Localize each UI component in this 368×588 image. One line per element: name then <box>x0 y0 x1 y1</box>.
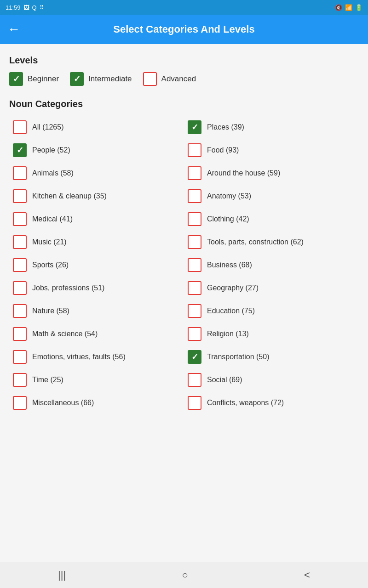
kitchen-label: Kitchen & cleanup (35) <box>32 192 107 200</box>
category-nature[interactable]: Nature (58) <box>9 300 184 322</box>
food-label: Food (93) <box>207 146 239 154</box>
category-tools[interactable]: Tools, parts, construction (62) <box>184 231 359 254</box>
clothing-label: Clothing (42) <box>207 215 249 223</box>
emotions-checkbox[interactable] <box>13 350 27 364</box>
around-house-label: Around the house (59) <box>207 169 280 177</box>
mute-icon: 🔇 <box>335 4 342 11</box>
people-checkbox[interactable] <box>13 143 27 157</box>
anatomy-label: Anatomy (53) <box>207 192 251 200</box>
status-left: 11:59 🖼 Q ⠿ <box>6 4 44 11</box>
people-label: People (52) <box>32 146 70 154</box>
religion-checkbox[interactable] <box>188 327 201 341</box>
sports-checkbox[interactable] <box>13 258 27 272</box>
category-jobs[interactable]: Jobs, professions (51) <box>9 277 184 300</box>
level-advanced[interactable]: Advanced <box>143 72 196 86</box>
nature-checkbox[interactable] <box>13 304 27 318</box>
category-social[interactable]: Social (69) <box>184 368 359 391</box>
status-image-icon: 🖼 <box>23 4 29 11</box>
category-medical[interactable]: Medical (41) <box>9 208 184 231</box>
religion-label: Religion (13) <box>207 330 249 338</box>
sports-label: Sports (26) <box>32 261 69 269</box>
around-house-checkbox[interactable] <box>188 166 201 180</box>
status-bar: 11:59 🖼 Q ⠿ 🔇 📶 🔋 <box>0 0 368 15</box>
geography-checkbox[interactable] <box>188 281 201 295</box>
top-bar: ← Select Categories And Levels <box>0 15 368 44</box>
category-food[interactable]: Food (93) <box>184 139 359 162</box>
jobs-label: Jobs, professions (51) <box>32 284 104 292</box>
transportation-label: Transportation (50) <box>207 353 269 361</box>
category-people[interactable]: People (52) <box>9 139 184 162</box>
all-checkbox[interactable] <box>13 120 27 134</box>
status-q-icon: Q <box>32 4 37 11</box>
levels-section-title: Levels <box>9 55 359 66</box>
category-geography[interactable]: Geography (27) <box>184 277 359 300</box>
geography-label: Geography (27) <box>207 284 259 292</box>
kitchen-checkbox[interactable] <box>13 189 27 203</box>
social-label: Social (69) <box>207 376 242 384</box>
math-science-checkbox[interactable] <box>13 327 27 341</box>
category-miscellaneous[interactable]: Miscellaneous (66) <box>9 391 184 414</box>
category-emotions[interactable]: Emotions, virtues, faults (56) <box>9 345 184 368</box>
tools-checkbox[interactable] <box>188 235 201 249</box>
beginner-checkbox[interactable] <box>9 72 23 86</box>
category-math-science[interactable]: Math & science (54) <box>9 322 184 345</box>
animals-checkbox[interactable] <box>13 166 27 180</box>
category-conflicts[interactable]: Conflicts, weapons (72) <box>184 391 359 414</box>
business-label: Business (68) <box>207 261 252 269</box>
time-checkbox[interactable] <box>13 373 27 387</box>
category-sports[interactable]: Sports (26) <box>9 254 184 277</box>
nav-home-icon[interactable]: ○ <box>182 569 188 581</box>
conflicts-checkbox[interactable] <box>188 396 201 410</box>
category-religion[interactable]: Religion (13) <box>184 322 359 345</box>
nature-label: Nature (58) <box>32 307 69 315</box>
levels-row: Beginner Intermediate Advanced <box>9 72 359 86</box>
category-around-house[interactable]: Around the house (59) <box>184 162 359 185</box>
animals-label: Animals (58) <box>32 169 74 177</box>
nav-recents-icon[interactable]: ||| <box>58 569 66 581</box>
miscellaneous-checkbox[interactable] <box>13 396 27 410</box>
music-checkbox[interactable] <box>13 235 27 249</box>
bottom-nav: ||| ○ < <box>0 562 368 588</box>
anatomy-checkbox[interactable] <box>188 189 201 203</box>
nav-back-icon[interactable]: < <box>304 569 310 581</box>
wifi-icon: 📶 <box>345 4 352 11</box>
tools-label: Tools, parts, construction (62) <box>207 238 304 246</box>
places-label: Places (39) <box>207 123 244 131</box>
advanced-checkbox[interactable] <box>143 72 157 86</box>
clothing-checkbox[interactable] <box>188 212 201 226</box>
level-intermediate[interactable]: Intermediate <box>70 72 132 86</box>
business-checkbox[interactable] <box>188 258 201 272</box>
category-music[interactable]: Music (21) <box>9 231 184 254</box>
category-clothing[interactable]: Clothing (42) <box>184 208 359 231</box>
category-education[interactable]: Education (75) <box>184 300 359 322</box>
category-places[interactable]: Places (39) <box>184 116 359 139</box>
category-kitchen[interactable]: Kitchen & cleanup (35) <box>9 185 184 208</box>
food-checkbox[interactable] <box>188 143 201 157</box>
status-time: 11:59 <box>6 4 21 11</box>
status-right: 🔇 📶 🔋 <box>335 4 362 11</box>
intermediate-checkbox[interactable] <box>70 72 84 86</box>
intermediate-label: Intermediate <box>88 74 132 84</box>
education-label: Education (75) <box>207 307 255 315</box>
back-button[interactable]: ← <box>7 22 20 37</box>
category-anatomy[interactable]: Anatomy (53) <box>184 185 359 208</box>
social-checkbox[interactable] <box>188 373 201 387</box>
math-science-label: Math & science (54) <box>32 330 98 338</box>
medical-checkbox[interactable] <box>13 212 27 226</box>
category-animals[interactable]: Animals (58) <box>9 162 184 185</box>
level-beginner[interactable]: Beginner <box>9 72 59 86</box>
category-transportation[interactable]: Transportation (50) <box>184 345 359 368</box>
places-checkbox[interactable] <box>188 120 201 134</box>
advanced-label: Advanced <box>161 74 196 84</box>
category-all[interactable]: All (1265) <box>9 116 184 139</box>
jobs-checkbox[interactable] <box>13 281 27 295</box>
content-area: Levels Beginner Intermediate Advanced No… <box>0 44 368 562</box>
education-checkbox[interactable] <box>188 304 201 318</box>
transportation-checkbox[interactable] <box>188 350 201 364</box>
category-business[interactable]: Business (68) <box>184 254 359 277</box>
conflicts-label: Conflicts, weapons (72) <box>207 399 284 407</box>
emotions-label: Emotions, virtues, faults (56) <box>32 353 126 361</box>
category-time[interactable]: Time (25) <box>9 368 184 391</box>
page-title: Select Categories And Levels <box>28 23 340 35</box>
time-label: Time (25) <box>32 376 63 384</box>
